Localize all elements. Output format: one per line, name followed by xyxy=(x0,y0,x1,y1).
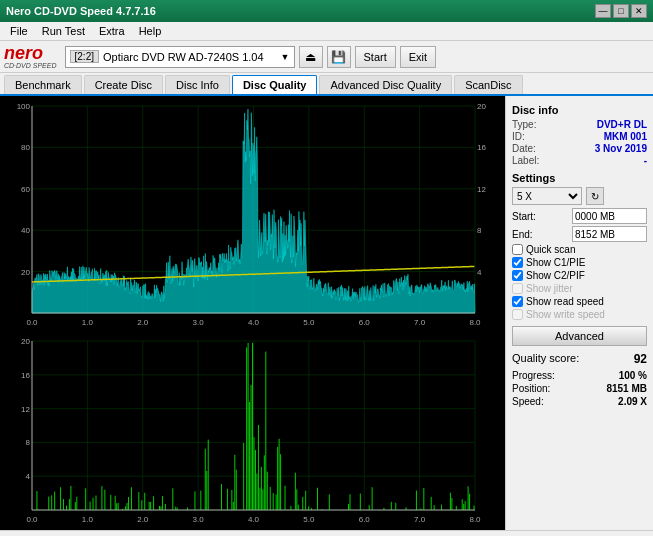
tabs-bar: Benchmark Create Disc Disc Info Disc Qua… xyxy=(0,73,653,96)
main-content: Disc info Type: DVD+R DL ID: MKM 001 Dat… xyxy=(0,96,653,530)
tab-create-disc[interactable]: Create Disc xyxy=(84,75,163,94)
show-jitter-checkbox[interactable] xyxy=(512,283,523,294)
show-read-speed-label: Show read speed xyxy=(526,296,604,307)
settings-title: Settings xyxy=(512,172,647,184)
show-c2pif-checkbox[interactable] xyxy=(512,270,523,281)
speed-row: 5 X ↻ xyxy=(512,187,647,205)
show-jitter-label: Show jitter xyxy=(526,283,573,294)
quick-scan-row: Quick scan xyxy=(512,244,647,255)
label-value: - xyxy=(644,155,647,166)
menu-bar: File Run Test Extra Help xyxy=(0,22,653,41)
menu-run-test[interactable]: Run Test xyxy=(36,24,91,38)
progress-label: Progress: xyxy=(512,370,555,381)
menu-extra[interactable]: Extra xyxy=(93,24,131,38)
nero-sub-text: CD·DVD SPEED xyxy=(4,62,57,69)
progress-row: Progress: 100 % xyxy=(512,370,647,381)
menu-help[interactable]: Help xyxy=(133,24,168,38)
show-write-speed-checkbox[interactable] xyxy=(512,309,523,320)
maximize-btn[interactable]: □ xyxy=(613,4,629,18)
right-panel: Disc info Type: DVD+R DL ID: MKM 001 Dat… xyxy=(505,96,653,530)
toolbar: nero CD·DVD SPEED [2:2] Optiarc DVD RW A… xyxy=(0,41,653,73)
show-c2pif-label: Show C2/PIF xyxy=(526,270,585,281)
nero-logo-text: nero xyxy=(4,44,43,62)
show-c1pie-label: Show C1/PIE xyxy=(526,257,585,268)
nero-logo: nero CD·DVD SPEED xyxy=(4,44,57,69)
tab-advanced-disc-quality[interactable]: Advanced Disc Quality xyxy=(319,75,452,94)
disc-id-row: ID: MKM 001 xyxy=(512,131,647,142)
charts-area xyxy=(0,96,505,530)
tab-benchmark[interactable]: Benchmark xyxy=(4,75,82,94)
start-mb-input[interactable] xyxy=(572,208,647,224)
disc-info-title: Disc info xyxy=(512,104,647,116)
type-value: DVD+R DL xyxy=(597,119,647,130)
type-label: Type: xyxy=(512,119,536,130)
drive-name: Optiarc DVD RW AD-7240S 1.04 xyxy=(103,51,264,63)
position-label: Position: xyxy=(512,383,550,394)
show-write-speed-label: Show write speed xyxy=(526,309,605,320)
stats-bar: PI Errors Average: 11.37 Maximum: 75 Tot… xyxy=(0,530,653,536)
id-value: MKM 001 xyxy=(604,131,647,142)
progress-value: 100 % xyxy=(619,370,647,381)
refresh-btn[interactable]: ↻ xyxy=(586,187,604,205)
show-c1pie-checkbox[interactable] xyxy=(512,257,523,268)
quick-scan-label: Quick scan xyxy=(526,244,575,255)
end-mb-label: End: xyxy=(512,229,533,240)
tab-scan-disc[interactable]: ScanDisc xyxy=(454,75,522,94)
speed-label: Speed: xyxy=(512,396,544,407)
label-label: Label: xyxy=(512,155,539,166)
start-mb-label: Start: xyxy=(512,211,536,222)
dropdown-icon: ▼ xyxy=(281,52,290,62)
speed-value: 2.09 X xyxy=(618,396,647,407)
position-value: 8151 MB xyxy=(606,383,647,394)
date-label: Date: xyxy=(512,143,536,154)
quality-score-label: Quality score: xyxy=(512,352,579,366)
end-mb-row: End: xyxy=(512,226,647,242)
window-title: Nero CD-DVD Speed 4.7.7.16 xyxy=(6,5,156,17)
title-bar: Nero CD-DVD Speed 4.7.7.16 — □ ✕ xyxy=(0,0,653,22)
quick-scan-checkbox[interactable] xyxy=(512,244,523,255)
speed-row-prog: Speed: 2.09 X xyxy=(512,396,647,407)
save-btn[interactable]: 💾 xyxy=(327,46,351,68)
progress-section: Progress: 100 % Position: 8151 MB Speed:… xyxy=(512,370,647,407)
drive-selector[interactable]: [2:2] Optiarc DVD RW AD-7240S 1.04 ▼ xyxy=(65,46,295,68)
quality-score-row: Quality score: 92 xyxy=(512,352,647,366)
show-c1pie-row: Show C1/PIE xyxy=(512,257,647,268)
drive-badge: [2:2] xyxy=(70,50,99,63)
start-mb-row: Start: xyxy=(512,208,647,224)
show-read-speed-checkbox[interactable] xyxy=(512,296,523,307)
disc-type-row: Type: DVD+R DL xyxy=(512,119,647,130)
advanced-button[interactable]: Advanced xyxy=(512,326,647,346)
close-btn[interactable]: ✕ xyxy=(631,4,647,18)
chart2-container xyxy=(2,333,503,528)
exit-button[interactable]: Exit xyxy=(400,46,436,68)
end-mb-input[interactable] xyxy=(572,226,647,242)
tab-disc-quality[interactable]: Disc Quality xyxy=(232,75,318,94)
position-row: Position: 8151 MB xyxy=(512,383,647,394)
quality-score-value: 92 xyxy=(634,352,647,366)
minimize-btn[interactable]: — xyxy=(595,4,611,18)
disc-date-row: Date: 3 Nov 2019 xyxy=(512,143,647,154)
show-c2pif-row: Show C2/PIF xyxy=(512,270,647,281)
show-jitter-row: Show jitter xyxy=(512,283,647,294)
eject-btn[interactable]: ⏏ xyxy=(299,46,323,68)
speed-select[interactable]: 5 X xyxy=(512,187,582,205)
show-read-speed-row: Show read speed xyxy=(512,296,647,307)
disc-label-row: Label: - xyxy=(512,155,647,166)
tab-disc-info[interactable]: Disc Info xyxy=(165,75,230,94)
start-button[interactable]: Start xyxy=(355,46,396,68)
date-value: 3 Nov 2019 xyxy=(595,143,647,154)
window-controls[interactable]: — □ ✕ xyxy=(595,4,647,18)
chart1-container xyxy=(2,98,503,331)
menu-file[interactable]: File xyxy=(4,24,34,38)
show-write-speed-row: Show write speed xyxy=(512,309,647,320)
id-label: ID: xyxy=(512,131,525,142)
